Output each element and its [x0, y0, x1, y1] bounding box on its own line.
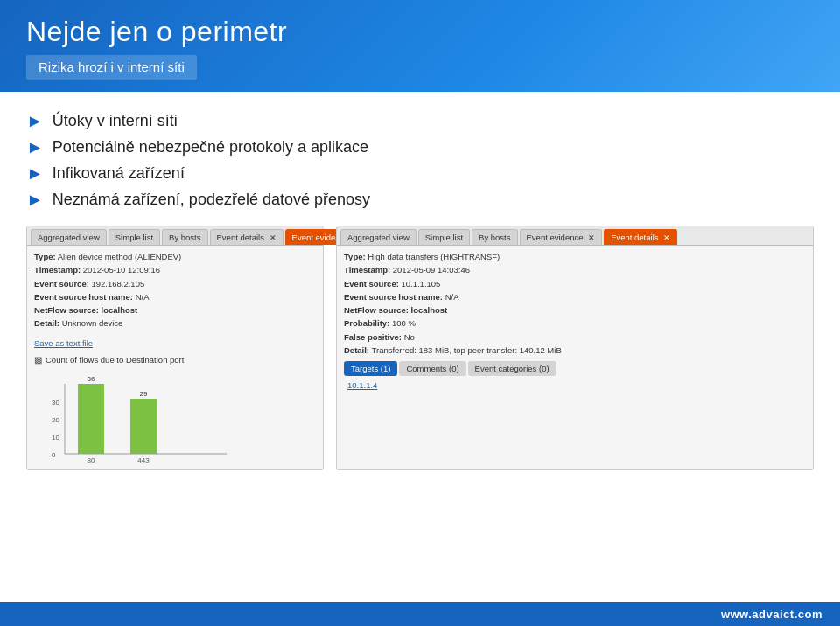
probability-row: Probability: 100 % — [344, 317, 806, 329]
svg-text:0: 0 — [52, 451, 56, 459]
subtitle-bar: Rizika hrozí i v interní síti — [26, 55, 197, 80]
detail-value-right: Transferred: 183 MiB, top peer transfer:… — [372, 345, 562, 355]
timestamp-row-right: Timestamp: 2012-05-09 14:03:46 — [344, 264, 806, 275]
event-source-host-row-right: Event source host name: N/A — [344, 291, 806, 303]
chart-area: ▩ Count of flows due to Destination port… — [27, 351, 323, 470]
header-subtitle: Rizika hrozí i v interní síti — [38, 59, 185, 74]
event-source-row-right: Event source: 10.1.1.105 — [344, 278, 806, 289]
svg-text:36: 36 — [88, 375, 95, 383]
false-positive-row: False positive: No — [344, 331, 806, 343]
bullet-text: Útoky v interní síti — [52, 112, 178, 130]
netflow-source-value-right: localhost — [411, 305, 448, 315]
netflow-source-label-right: NetFlow source: — [344, 305, 409, 315]
event-source-label: Event source: — [34, 279, 89, 289]
detail-row: Detail: Unknown device — [34, 317, 316, 329]
page-title: Nejde jen o perimetr — [26, 16, 814, 48]
netflow-source-value: localhost — [102, 305, 138, 315]
type-row-right: Type: High data transfers (HIGHTRANSF) — [344, 251, 806, 262]
timestamp-value-right: 2012-05-09 14:03:46 — [393, 265, 470, 275]
event-source-host-value: N/A — [136, 292, 150, 302]
detail-label: Detail: — [34, 318, 60, 328]
right-panel: Aggregated view Simple list By hosts Eve… — [336, 226, 814, 470]
list-item: ► Neznámá zařízení, podezřelé datové pře… — [26, 190, 814, 210]
false-positive-value: No — [404, 332, 415, 342]
svg-text:80: 80 — [88, 456, 95, 464]
tab-by-hosts-left[interactable]: By hosts — [162, 229, 207, 245]
bar-chart: 0 10 20 30 36 29 — [34, 368, 262, 464]
event-source-host-row: Event source host name: N/A — [34, 291, 316, 303]
type-label-right: Type: — [344, 252, 366, 261]
tab-comments[interactable]: Comments (0) — [399, 361, 466, 376]
save-link-area: Save as text file — [27, 337, 323, 351]
bullet-list: ► Útoky v interní síti ► Potenciálně neb… — [26, 111, 814, 210]
chart-svg: 0 10 20 30 36 29 — [34, 368, 316, 466]
bar-80 — [78, 384, 104, 454]
right-panel-content: Type: High data transfers (HIGHTRANSF) T… — [337, 246, 813, 395]
footer-url: www.advaict.com — [721, 608, 822, 621]
left-panel: Aggregated view Simple list By hosts Eve… — [26, 226, 324, 470]
targets-tab-bar: Targets (1) Comments (0) Event categorie… — [344, 361, 806, 376]
event-source-host-label: Event source host name: — [34, 292, 133, 302]
type-row: Type: Alien device method (ALIENDEV) — [34, 251, 316, 262]
event-source-value-right: 10.1.1.105 — [401, 279, 440, 289]
bullet-text: Neznámá zařízení, podezřelé datové přeno… — [52, 191, 370, 209]
list-item: ► Potenciálně nebezpečné protokoly a apl… — [26, 137, 814, 157]
left-tab-bar: Aggregated view Simple list By hosts Eve… — [27, 226, 323, 246]
tab-event-evidence-right[interactable]: Event evidence ✕ — [520, 229, 603, 245]
tab-targets[interactable]: Targets (1) — [344, 361, 397, 376]
tab-aggregated-view-left[interactable]: Aggregated view — [31, 229, 107, 245]
target-ip[interactable]: 10.1.1.4 — [344, 380, 806, 390]
left-panel-content: Type: Alien device method (ALIENDEV) Tim… — [27, 246, 323, 337]
right-tab-bar: Aggregated view Simple list By hosts Eve… — [337, 226, 813, 246]
bullet-arrow-icon: ► — [26, 137, 44, 157]
bullet-text: Potenciálně nebezpečné protokoly a aplik… — [52, 138, 368, 156]
netflow-source-row: NetFlow source: localhost — [34, 304, 316, 316]
save-as-text-file-link[interactable]: Save as text file — [34, 338, 93, 348]
tab-event-details-left[interactable]: Event details ✕ — [210, 229, 284, 245]
main-content: ► Útoky v interní síti ► Potenciálně neb… — [0, 92, 840, 479]
probability-value: 100 % — [392, 318, 416, 328]
svg-text:10: 10 — [52, 434, 60, 442]
false-positive-label: False positive: — [344, 332, 402, 342]
type-value-right: High data transfers (HIGHTRANSF) — [368, 252, 500, 261]
tab-by-hosts-right[interactable]: By hosts — [472, 229, 517, 245]
netflow-source-label: NetFlow source: — [34, 305, 99, 315]
chart-title: ▩ Count of flows due to Destination port — [34, 355, 316, 365]
event-source-host-value-right: N/A — [445, 292, 459, 302]
detail-row-right: Detail: Transferred: 183 MiB, top peer t… — [344, 344, 806, 356]
svg-text:443: 443 — [137, 456, 150, 464]
svg-text:20: 20 — [52, 416, 60, 424]
tab-aggregated-view-right[interactable]: Aggregated view — [340, 229, 416, 245]
tab-event-details-right[interactable]: Event details ✕ — [604, 229, 677, 245]
event-source-value: 192.168.2.105 — [91, 279, 144, 289]
probability-label: Probability: — [344, 318, 389, 328]
panels-row: Aggregated view Simple list By hosts Eve… — [26, 226, 814, 470]
timestamp-row: Timestamp: 2012-05-10 12:09:16 — [34, 264, 316, 275]
bullet-arrow-icon: ► — [26, 190, 44, 210]
list-item: ► Infikovaná zařízení — [26, 163, 814, 184]
tab-event-categories[interactable]: Event categories (0) — [468, 361, 556, 376]
bar-443 — [130, 399, 157, 454]
chart-icon: ▩ — [34, 355, 42, 365]
bullet-text: Infikovaná zařízení — [52, 164, 185, 183]
netflow-source-row-right: NetFlow source: localhost — [344, 304, 806, 316]
close-icon[interactable]: ✕ — [270, 233, 276, 242]
close-icon[interactable]: ✕ — [588, 233, 595, 242]
event-source-label-right: Event source: — [344, 279, 399, 289]
timestamp-value: 2012-05-10 12:09:16 — [83, 265, 160, 275]
event-source-host-label-right: Event source host name: — [344, 292, 443, 302]
detail-value: Unknown device — [62, 318, 123, 328]
tab-simple-list-left[interactable]: Simple list — [108, 229, 160, 245]
timestamp-label: Timestamp: — [34, 265, 80, 275]
type-value: Alien device method (ALIENDEV) — [58, 252, 182, 261]
close-icon[interactable]: ✕ — [663, 233, 670, 242]
type-label: Type: — [34, 252, 56, 261]
bullet-arrow-icon: ► — [26, 111, 44, 131]
list-item: ► Útoky v interní síti — [26, 111, 814, 131]
svg-text:29: 29 — [140, 390, 148, 398]
bullet-arrow-icon: ► — [26, 163, 44, 184]
svg-text:30: 30 — [52, 399, 60, 407]
header: Nejde jen o perimetr Rizika hrozí i v in… — [0, 0, 840, 92]
tab-simple-list-right[interactable]: Simple list — [418, 229, 470, 245]
timestamp-label-right: Timestamp: — [344, 265, 390, 275]
